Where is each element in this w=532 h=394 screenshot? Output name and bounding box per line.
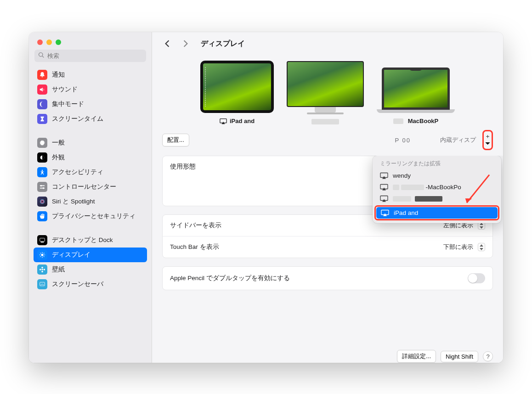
sidebar-item-label: スクリーンセーバ <box>52 280 103 288</box>
pencil-doubletap-switch[interactable] <box>468 273 485 283</box>
sidebar-item-screensaver[interactable]: スクリーンセーバ <box>34 277 147 292</box>
displays-arrangement: iPad and MacBookP <box>152 53 503 126</box>
dock-icon <box>37 235 47 245</box>
moon-icon <box>37 99 47 109</box>
sidebar-item-displays[interactable]: ディスプレイ <box>34 248 147 262</box>
sidebar-item-desktop[interactable]: デスクトップと Dock <box>34 233 147 248</box>
accessibility-icon <box>37 167 47 177</box>
popover-item-label: iPad and <box>394 209 418 216</box>
svg-point-4 <box>40 185 42 187</box>
appearance-icon <box>37 152 47 163</box>
advanced-button[interactable]: 詳細設定... <box>397 350 436 363</box>
sidebar-item-siri[interactable]: Siri と Spotlight <box>34 194 147 209</box>
display-subtitle: 内蔵ディスプ <box>440 136 476 144</box>
window-controls <box>29 32 152 50</box>
svg-line-17 <box>40 256 41 257</box>
panel-pencil: Apple Pencil でダブルタップを有効にする <box>162 266 493 290</box>
sidebar-item-label: サウンド <box>52 85 78 94</box>
svg-point-21 <box>41 271 43 273</box>
svg-point-10 <box>41 253 43 256</box>
search-input[interactable] <box>47 52 142 59</box>
popover-item-label: wendy <box>393 172 411 179</box>
display-name: iPad and <box>230 118 255 124</box>
popover-item-label: -MacBookPo <box>393 184 461 191</box>
sidebar-item-label: ディスプレイ <box>52 251 91 259</box>
header: ディスプレイ <box>152 32 503 53</box>
show-touchbar-select[interactable]: 下部に表示 <box>443 243 485 251</box>
sidebar-item-label: 通知 <box>52 71 65 79</box>
sidebar-item-notifications[interactable]: 通知 <box>34 68 147 82</box>
svg-point-19 <box>41 269 43 270</box>
footer-buttons: 詳細設定... Night Shift ? <box>152 350 503 363</box>
display-id-fragment: P 00 <box>395 137 411 144</box>
flower-icon <box>37 265 47 275</box>
sidebar-item-accessibility[interactable]: アクセシビリティ <box>34 165 147 180</box>
gear-icon <box>37 138 47 148</box>
svg-point-22 <box>40 269 41 270</box>
close-button[interactable] <box>37 39 43 45</box>
sidebar-item-wallpaper[interactable]: 壁紙 <box>34 262 147 277</box>
night-shift-button[interactable]: Night Shift <box>441 351 478 362</box>
svg-line-16 <box>44 256 44 257</box>
sidebar-item-label: コントロールセンター <box>52 183 116 191</box>
back-button[interactable] <box>162 39 172 49</box>
display-macbook[interactable]: MacBookP <box>377 68 455 124</box>
svg-point-20 <box>41 267 43 269</box>
add-display-button[interactable]: ＋ <box>485 133 491 140</box>
add-display-menu-chevron[interactable] <box>485 141 491 148</box>
help-button[interactable]: ? <box>483 351 493 361</box>
sidebar-item-label: 一般 <box>52 139 65 147</box>
sidebar-item-appearance[interactable]: 外観 <box>34 150 147 165</box>
main-content: ディスプレイ iPad and MacBoo <box>152 32 503 363</box>
svg-point-23 <box>44 269 45 270</box>
sidebar-item-label: アクセシビリティ <box>52 168 103 176</box>
arrange-button[interactable]: 配置... <box>162 134 189 146</box>
pencil-doubletap-label: Apple Pencil でダブルタップを有効にする <box>170 274 468 282</box>
bell-icon <box>37 70 47 80</box>
brightness-icon <box>37 250 47 260</box>
sidebar-item-label: 外観 <box>52 153 65 162</box>
sidebar-item-sound[interactable]: サウンド <box>34 82 147 97</box>
search-icon <box>38 52 47 60</box>
sidebar-item-label: デスクトップと Dock <box>52 236 113 244</box>
sidebar: 通知 サウンド 集中モード スクリーンタイム 一般 外観 <box>29 32 152 363</box>
maximize-button[interactable] <box>56 39 61 45</box>
sidebar-item-privacy[interactable]: プライバシーとセキュリティ <box>34 209 147 224</box>
svg-rect-9 <box>41 242 44 243</box>
sidebar-item-label: 壁紙 <box>52 265 65 274</box>
sidebar-item-focus[interactable]: 集中モード <box>34 97 147 112</box>
sliders-icon <box>37 182 47 192</box>
svg-point-5 <box>43 187 45 189</box>
airplay-icon <box>220 118 227 124</box>
search-field[interactable] <box>34 50 146 62</box>
popover-item-label <box>393 195 442 202</box>
stepper-icon <box>478 243 485 251</box>
hourglass-icon <box>37 114 47 124</box>
annotation-highlight-add: ＋ <box>482 130 493 150</box>
svg-line-15 <box>40 253 41 253</box>
arrangement-controls: 配置... P 00 内蔵ディスプ ＋ <box>152 126 503 156</box>
display-name: MacBookP <box>408 118 438 124</box>
sidebar-item-label: プライバシーとセキュリティ <box>52 212 136 220</box>
speaker-icon <box>37 84 47 95</box>
svg-rect-8 <box>40 238 45 242</box>
siri-icon <box>37 197 47 207</box>
page-title: ディスプレイ <box>201 39 245 49</box>
sidebar-item-controlcenter[interactable]: コントロールセンター <box>34 180 147 194</box>
svg-point-1 <box>42 170 43 171</box>
settings-panels: 使用形態 サイドバーを表示 左側に表示 Touch Bar を表示 <box>152 156 503 350</box>
popover-section-title: ミラーリングまたは拡張 <box>375 159 498 170</box>
sidebar-item-label: Siri と Spotlight <box>52 197 95 206</box>
sidebar-item-general[interactable]: 一般 <box>34 135 147 150</box>
svg-line-18 <box>44 253 44 253</box>
screensaver-icon <box>37 279 47 289</box>
sidebar-item-label: 集中モード <box>52 100 84 108</box>
minimize-button[interactable] <box>46 39 52 45</box>
display-external[interactable] <box>287 61 364 124</box>
display-ipad[interactable]: iPad and <box>200 61 274 124</box>
hand-icon <box>37 211 47 221</box>
sidebar-item-screentime[interactable]: スクリーンタイム <box>34 112 147 126</box>
forward-button[interactable] <box>181 39 191 49</box>
show-touchbar-label: Touch Bar を表示 <box>170 243 443 251</box>
svg-point-7 <box>41 200 43 203</box>
